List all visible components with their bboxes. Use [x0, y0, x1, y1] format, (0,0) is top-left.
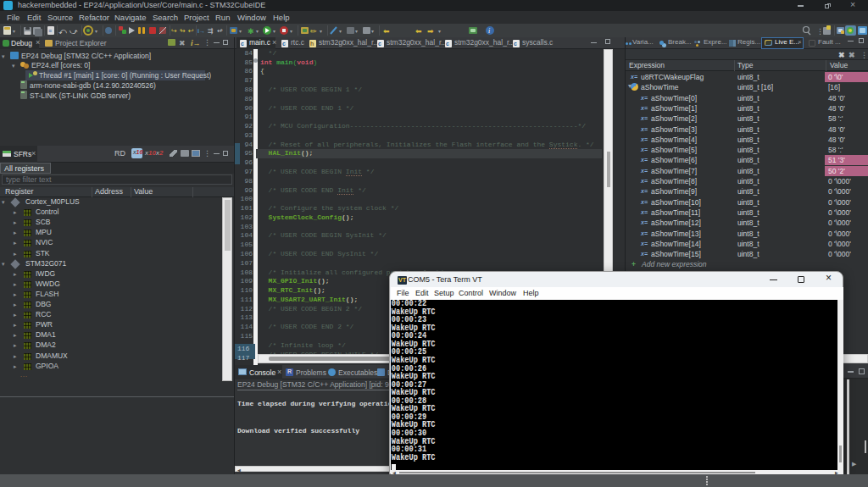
svg-text:▾: ▾ [371, 29, 374, 34]
svg-text:➡: ➡ [427, 27, 434, 36]
svg-text:▾: ▾ [256, 29, 259, 34]
svg-text:▾: ▾ [355, 29, 358, 34]
svg-text:▾: ▾ [438, 29, 441, 34]
svg-text:⬅: ⬅ [383, 27, 390, 36]
svg-text:▾: ▾ [273, 29, 275, 34]
svg-text:i: i [488, 27, 490, 35]
svg-text:▾: ▾ [290, 29, 292, 34]
svg-text:▾: ▾ [239, 29, 242, 34]
svg-text:▾: ▾ [339, 29, 342, 34]
svg-text:✱: ✱ [248, 27, 254, 36]
svg-text:✏: ✏ [310, 27, 317, 36]
svg-text:▾: ▾ [320, 29, 322, 34]
svg-text:⬅: ⬅ [415, 27, 422, 36]
